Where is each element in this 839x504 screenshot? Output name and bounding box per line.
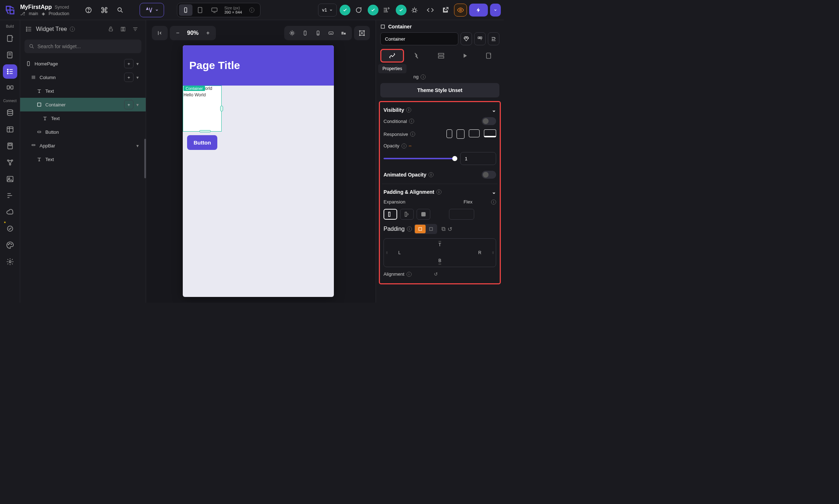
info-icon[interactable]: i xyxy=(406,107,411,113)
add-child-button[interactable]: + xyxy=(124,100,133,109)
info-icon[interactable]: i xyxy=(491,200,496,205)
wrap-button[interactable] xyxy=(488,32,499,45)
expansion-flexible[interactable] xyxy=(400,209,414,220)
canvas-area[interactable]: − 90% + Page Title Container orld Hello … xyxy=(146,20,376,303)
info-icon[interactable]: i xyxy=(409,119,414,124)
info-icon[interactable]: i xyxy=(428,172,434,177)
phone-preview[interactable]: Page Title Container orld Hello World Bu… xyxy=(183,45,334,297)
zoom-out-button[interactable]: − xyxy=(172,27,183,39)
expand-caret[interactable]: ▾ xyxy=(136,102,143,107)
gem-button[interactable] xyxy=(461,32,472,45)
resize-handle-bottom[interactable] xyxy=(199,130,211,132)
info-icon[interactable]: i xyxy=(402,143,407,148)
backend-tab[interactable] xyxy=(430,49,452,63)
collapse-caret[interactable]: ⌄ xyxy=(492,107,496,113)
canvas-resize-button[interactable] xyxy=(356,27,368,39)
status-check-3[interactable] xyxy=(396,5,407,15)
docs-tab[interactable] xyxy=(478,49,499,63)
preview-text-2[interactable]: Hello World xyxy=(183,92,206,97)
reset-alignment-button[interactable]: ↺ xyxy=(434,271,438,277)
rail-widget-tree[interactable] xyxy=(3,64,17,79)
open-external-button[interactable] xyxy=(439,4,452,17)
opacity-variable-icon[interactable]: ⎓ xyxy=(409,143,412,148)
reset-padding-button[interactable]: ↺ xyxy=(448,226,452,233)
version-selector[interactable]: v1 xyxy=(318,4,337,17)
responsive-tablet[interactable] xyxy=(457,129,464,139)
padding-editor[interactable]: ═ T B L R ⦀ ⦀ ═ xyxy=(384,238,496,267)
expansion-default[interactable] xyxy=(384,209,397,220)
shortcuts-button[interactable] xyxy=(98,4,111,17)
rail-functions[interactable] xyxy=(3,188,17,203)
info-icon[interactable]: i xyxy=(407,226,412,232)
rail-api[interactable] xyxy=(3,155,17,170)
tree-item-button[interactable]: Button xyxy=(20,125,146,139)
rail-cloud[interactable] xyxy=(3,205,17,219)
expand-caret[interactable]: ▾ xyxy=(136,61,143,67)
info-icon[interactable]: i xyxy=(70,27,75,32)
flex-input[interactable] xyxy=(449,209,474,220)
responsive-tv[interactable] xyxy=(484,129,496,137)
canvas-keyboard-button[interactable] xyxy=(325,27,337,39)
copy-padding-button[interactable]: ⧉ xyxy=(441,226,445,232)
widget-name-input[interactable]: Container xyxy=(380,32,458,45)
actions-tab[interactable] xyxy=(406,49,428,63)
rail-pages[interactable] xyxy=(3,48,17,62)
preview-button[interactable] xyxy=(454,4,467,17)
rail-media[interactable] xyxy=(3,172,17,186)
rail-database[interactable] xyxy=(3,106,17,120)
rail-storyboard[interactable] xyxy=(3,81,17,95)
add-child-button[interactable]: + xyxy=(124,73,133,82)
padding-uniform-button[interactable] xyxy=(415,225,426,233)
debug-button[interactable] xyxy=(408,4,421,17)
theme-style-button[interactable]: Theme Style Unset xyxy=(380,83,499,97)
opacity-input[interactable]: 1 xyxy=(460,152,496,165)
collapse-panel-button[interactable] xyxy=(154,27,165,39)
collapse-tree-button[interactable] xyxy=(118,24,128,35)
info-icon[interactable]: i xyxy=(407,272,412,277)
info-icon[interactable]: i xyxy=(421,74,426,79)
preview-appbar[interactable]: Page Title xyxy=(183,45,334,86)
rail-settings[interactable] xyxy=(3,255,17,269)
preview-button-widget[interactable]: Button xyxy=(187,135,217,150)
lock-tree-button[interactable] xyxy=(105,24,116,35)
zoom-in-button[interactable]: + xyxy=(202,27,214,39)
device-info-button[interactable]: i xyxy=(245,4,259,16)
responsive-phone[interactable] xyxy=(446,129,452,138)
rail-tests[interactable] xyxy=(3,221,17,236)
conditional-toggle[interactable] xyxy=(482,117,496,125)
code-button[interactable] xyxy=(424,4,437,17)
tune-button[interactable] xyxy=(380,4,393,17)
component-button[interactable] xyxy=(474,32,486,45)
tree-item-appbar[interactable]: AppBar ▾ xyxy=(20,139,146,152)
canvas-phone-button[interactable] xyxy=(299,27,311,39)
expand-caret[interactable]: ▾ xyxy=(136,75,143,80)
canvas-textsize-button[interactable] xyxy=(338,27,350,39)
filter-tree-button[interactable] xyxy=(130,24,141,35)
widget-search-input[interactable]: Search for widget... xyxy=(24,40,141,53)
tree-item-text[interactable]: Text xyxy=(20,111,146,125)
animations-tab[interactable] xyxy=(454,49,476,63)
comments-button[interactable] xyxy=(352,4,365,17)
preview-text-1[interactable]: orld xyxy=(205,86,212,91)
tree-item-column[interactable]: Column + ▾ xyxy=(20,70,146,84)
tree-item-homepage[interactable]: HomePage + ▾ xyxy=(20,57,146,70)
responsive-desktop[interactable] xyxy=(469,129,480,137)
opacity-slider[interactable] xyxy=(384,158,457,159)
animated-opacity-toggle[interactable] xyxy=(482,171,496,179)
help-button[interactable] xyxy=(82,4,95,17)
run-button[interactable] xyxy=(469,4,488,17)
info-icon[interactable]: i xyxy=(436,189,441,194)
properties-tab[interactable] xyxy=(380,49,404,63)
rail-theme[interactable] xyxy=(3,238,17,252)
resize-handle-right[interactable] xyxy=(220,106,223,111)
expand-caret[interactable]: ▾ xyxy=(136,143,143,148)
slider-thumb[interactable] xyxy=(452,156,457,161)
ai-assist-button[interactable] xyxy=(140,3,164,17)
run-dropdown[interactable] xyxy=(490,4,501,17)
app-logo[interactable] xyxy=(3,3,17,17)
rail-datatypes[interactable] xyxy=(3,122,17,137)
device-phone-button[interactable] xyxy=(179,4,192,16)
info-icon[interactable]: i xyxy=(410,132,415,137)
brightness-button[interactable] xyxy=(286,27,298,39)
tree-item-text[interactable]: Text xyxy=(20,84,146,98)
